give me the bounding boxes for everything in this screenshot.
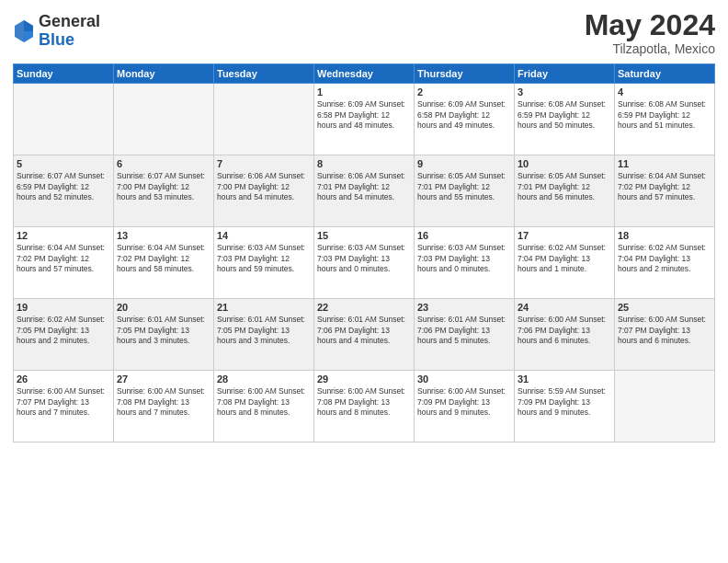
col-sunday: Sunday: [14, 64, 114, 84]
day-number: 7: [217, 158, 311, 169]
day-number: 13: [117, 230, 210, 241]
day-number: 21: [217, 302, 311, 313]
day-info: Sunrise: 6:05 AM Sunset: 7:01 PM Dayligh…: [417, 171, 511, 202]
day-number: 16: [417, 230, 511, 241]
day-info: Sunrise: 6:07 AM Sunset: 6:59 PM Dayligh…: [17, 171, 110, 202]
day-info: Sunrise: 6:03 AM Sunset: 7:03 PM Dayligh…: [417, 243, 511, 274]
table-row: 17Sunrise: 6:02 AM Sunset: 7:04 PM Dayli…: [515, 227, 615, 299]
calendar-week-row: 5Sunrise: 6:07 AM Sunset: 6:59 PM Daylig…: [14, 155, 715, 227]
day-info: Sunrise: 6:00 AM Sunset: 7:08 PM Dayligh…: [317, 386, 411, 418]
day-info: Sunrise: 6:00 AM Sunset: 7:06 PM Dayligh…: [518, 315, 611, 346]
day-info: Sunrise: 6:05 AM Sunset: 7:01 PM Dayligh…: [518, 171, 611, 202]
day-info: Sunrise: 6:06 AM Sunset: 7:00 PM Dayligh…: [217, 171, 311, 202]
table-row: 10Sunrise: 6:05 AM Sunset: 7:01 PM Dayli…: [515, 155, 615, 227]
col-tuesday: Tuesday: [214, 64, 314, 84]
table-row: 5Sunrise: 6:07 AM Sunset: 6:59 PM Daylig…: [14, 155, 114, 227]
col-monday: Monday: [114, 64, 214, 84]
day-number: 15: [317, 230, 411, 241]
logo-blue-text: Blue: [39, 31, 100, 50]
day-info: Sunrise: 6:00 AM Sunset: 7:08 PM Dayligh…: [217, 386, 311, 418]
table-row: [615, 371, 715, 442]
day-number: 28: [217, 373, 311, 385]
table-row: 2Sunrise: 6:09 AM Sunset: 6:58 PM Daylig…: [415, 84, 515, 155]
title-area: May 2024 Tilzapotla, Mexico: [585, 9, 715, 56]
day-info: Sunrise: 6:08 AM Sunset: 6:59 PM Dayligh…: [518, 99, 611, 131]
day-number: 22: [317, 302, 411, 313]
col-wednesday: Wednesday: [314, 64, 415, 84]
table-row: 9Sunrise: 6:05 AM Sunset: 7:01 PM Daylig…: [415, 155, 515, 227]
day-number: 17: [518, 230, 611, 241]
table-row: 16Sunrise: 6:03 AM Sunset: 7:03 PM Dayli…: [415, 227, 515, 299]
day-number: 23: [417, 302, 511, 313]
day-number: 25: [618, 302, 711, 313]
month-title: May 2024: [585, 9, 715, 41]
day-info: Sunrise: 6:04 AM Sunset: 7:02 PM Dayligh…: [17, 243, 110, 274]
day-number: 29: [317, 373, 411, 385]
table-row: 20Sunrise: 6:01 AM Sunset: 7:05 PM Dayli…: [114, 299, 214, 371]
day-number: 10: [518, 158, 611, 169]
calendar-week-row: 1Sunrise: 6:09 AM Sunset: 6:58 PM Daylig…: [14, 84, 715, 155]
col-friday: Friday: [515, 64, 615, 84]
day-number: 12: [17, 230, 110, 241]
day-number: 31: [518, 373, 611, 385]
day-info: Sunrise: 6:02 AM Sunset: 7:05 PM Dayligh…: [17, 315, 110, 346]
table-row: 15Sunrise: 6:03 AM Sunset: 7:03 PM Dayli…: [314, 227, 415, 299]
day-info: Sunrise: 6:01 AM Sunset: 7:06 PM Dayligh…: [317, 315, 411, 346]
day-info: Sunrise: 6:06 AM Sunset: 7:01 PM Dayligh…: [317, 171, 411, 202]
day-number: 30: [417, 373, 511, 385]
day-number: 26: [17, 373, 110, 385]
day-number: 18: [618, 230, 711, 241]
table-row: 25Sunrise: 6:00 AM Sunset: 7:07 PM Dayli…: [615, 299, 715, 371]
table-row: 11Sunrise: 6:04 AM Sunset: 7:02 PM Dayli…: [615, 155, 715, 227]
day-info: Sunrise: 5:59 AM Sunset: 7:09 PM Dayligh…: [518, 386, 611, 418]
day-number: 8: [317, 158, 411, 169]
calendar-header-row: Sunday Monday Tuesday Wednesday Thursday…: [14, 64, 715, 84]
table-row: 4Sunrise: 6:08 AM Sunset: 6:59 PM Daylig…: [615, 84, 715, 155]
day-number: 2: [417, 86, 511, 98]
table-row: 12Sunrise: 6:04 AM Sunset: 7:02 PM Dayli…: [14, 227, 114, 299]
table-row: 21Sunrise: 6:01 AM Sunset: 7:05 PM Dayli…: [214, 299, 314, 371]
table-row: 7Sunrise: 6:06 AM Sunset: 7:00 PM Daylig…: [214, 155, 314, 227]
day-info: Sunrise: 6:04 AM Sunset: 7:02 PM Dayligh…: [618, 171, 711, 202]
logo-general-text: General: [39, 13, 100, 31]
table-row: 29Sunrise: 6:00 AM Sunset: 7:08 PM Dayli…: [314, 371, 415, 442]
day-info: Sunrise: 6:01 AM Sunset: 7:05 PM Dayligh…: [117, 315, 210, 346]
table-row: 6Sunrise: 6:07 AM Sunset: 7:00 PM Daylig…: [114, 155, 214, 227]
table-row: 27Sunrise: 6:00 AM Sunset: 7:08 PM Dayli…: [114, 371, 214, 442]
day-number: 11: [618, 158, 711, 169]
day-number: 27: [117, 373, 210, 385]
day-info: Sunrise: 6:02 AM Sunset: 7:04 PM Dayligh…: [518, 243, 611, 274]
calendar-week-row: 26Sunrise: 6:00 AM Sunset: 7:07 PM Dayli…: [14, 371, 715, 442]
day-number: 24: [518, 302, 611, 313]
calendar-week-row: 12Sunrise: 6:04 AM Sunset: 7:02 PM Dayli…: [14, 227, 715, 299]
day-info: Sunrise: 6:00 AM Sunset: 7:08 PM Dayligh…: [117, 386, 210, 418]
calendar-table: Sunday Monday Tuesday Wednesday Thursday…: [13, 63, 715, 442]
day-info: Sunrise: 6:09 AM Sunset: 6:58 PM Dayligh…: [317, 99, 411, 131]
table-row: 23Sunrise: 6:01 AM Sunset: 7:06 PM Dayli…: [415, 299, 515, 371]
day-info: Sunrise: 6:07 AM Sunset: 7:00 PM Dayligh…: [117, 171, 210, 202]
table-row: 1Sunrise: 6:09 AM Sunset: 6:58 PM Daylig…: [314, 84, 415, 155]
table-row: 14Sunrise: 6:03 AM Sunset: 7:03 PM Dayli…: [214, 227, 314, 299]
day-number: 9: [417, 158, 511, 169]
page: General Blue May 2024 Tilzapotla, Mexico…: [0, 0, 728, 563]
day-info: Sunrise: 6:03 AM Sunset: 7:03 PM Dayligh…: [217, 243, 311, 274]
day-info: Sunrise: 6:02 AM Sunset: 7:04 PM Dayligh…: [618, 243, 711, 274]
day-info: Sunrise: 6:08 AM Sunset: 6:59 PM Dayligh…: [618, 99, 711, 131]
day-number: 3: [518, 86, 611, 98]
table-row: 31Sunrise: 5:59 AM Sunset: 7:09 PM Dayli…: [515, 371, 615, 442]
day-info: Sunrise: 6:03 AM Sunset: 7:03 PM Dayligh…: [317, 243, 411, 274]
svg-marker-2: [24, 31, 33, 42]
header: General Blue May 2024 Tilzapotla, Mexico: [13, 9, 715, 56]
logo: General Blue: [13, 13, 100, 50]
day-info: Sunrise: 6:00 AM Sunset: 7:07 PM Dayligh…: [17, 386, 110, 418]
table-row: 28Sunrise: 6:00 AM Sunset: 7:08 PM Dayli…: [214, 371, 314, 442]
day-number: 14: [217, 230, 311, 241]
day-info: Sunrise: 6:00 AM Sunset: 7:09 PM Dayligh…: [417, 386, 511, 418]
table-row: 18Sunrise: 6:02 AM Sunset: 7:04 PM Dayli…: [615, 227, 715, 299]
day-info: Sunrise: 6:01 AM Sunset: 7:06 PM Dayligh…: [417, 315, 511, 346]
calendar-week-row: 19Sunrise: 6:02 AM Sunset: 7:05 PM Dayli…: [14, 299, 715, 371]
table-row: 26Sunrise: 6:00 AM Sunset: 7:07 PM Dayli…: [14, 371, 114, 442]
logo-text: General Blue: [39, 13, 100, 50]
day-info: Sunrise: 6:01 AM Sunset: 7:05 PM Dayligh…: [217, 315, 311, 346]
table-row: 19Sunrise: 6:02 AM Sunset: 7:05 PM Dayli…: [14, 299, 114, 371]
